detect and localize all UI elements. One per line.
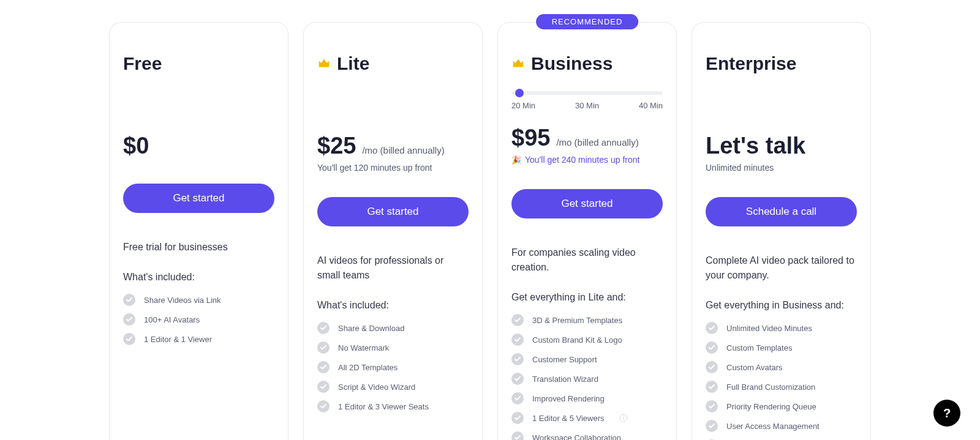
feature-item: Custom Brand Kit & Logo (511, 334, 663, 346)
feature-text: Workspace Collaboration (532, 433, 621, 441)
feature-text: 1 Editor & 5 Viewers (532, 414, 605, 423)
feature-item: 1 Editor & 5 Viewers (511, 412, 663, 424)
feature-text: Full Brand Customization (726, 382, 815, 392)
check-icon (511, 373, 524, 385)
svg-point-15 (623, 416, 624, 417)
slider-track (511, 91, 663, 95)
info-icon[interactable] (619, 414, 628, 422)
plan-price: $25 (317, 133, 356, 159)
feature-text: 100+ AI Avatars (144, 315, 200, 324)
included-label: Get everything in Business and: (706, 300, 857, 311)
feature-item: 3D & Premium Templates (511, 314, 663, 326)
feature-text: No Watermark (338, 343, 389, 352)
plan-card-lite: Lite $25 /mo (billed annually) You'll ge… (303, 22, 483, 440)
feature-text: Translation Wizard (532, 375, 598, 384)
plan-price: $0 (123, 133, 149, 159)
crown-icon (511, 57, 525, 70)
plan-card-business: RECOMMENDED Business 20 Min 30 Min 40 Mi… (497, 22, 677, 440)
feature-text: Custom Templates (726, 343, 792, 352)
check-icon (511, 334, 524, 346)
recommended-badge: RECOMMENDED (536, 14, 639, 29)
included-label: What's included: (317, 300, 469, 311)
feature-item: Workspace Collaboration (511, 431, 663, 440)
help-button[interactable]: ? (933, 400, 960, 427)
crown-icon (317, 57, 331, 70)
feature-item: Share Videos via Link (123, 294, 274, 306)
included-label: Get everything in Lite and: (511, 292, 663, 303)
slider-tick-label: 40 Min (639, 101, 663, 110)
feature-text: Custom Brand Kit & Logo (532, 335, 622, 345)
plan-price: Let's talk (706, 133, 805, 159)
feature-item: Full Brand Customization (706, 381, 857, 393)
feature-item: Translation Wizard (511, 373, 663, 385)
plan-interval: /mo (billed annually) (362, 145, 444, 155)
plan-subline: Unlimited minutes (706, 163, 857, 173)
feature-text: Customer Support (532, 355, 597, 364)
feature-list: 3D & Premium Templates Custom Brand Kit … (511, 314, 663, 440)
check-icon (511, 314, 524, 326)
feature-list: Share & Download No Watermark All 2D Tem… (317, 322, 469, 412)
plan-title: Lite (337, 53, 369, 74)
feature-text: Share & Download (338, 324, 404, 333)
get-started-button[interactable]: Get started (123, 184, 274, 213)
plan-subline-text: You'll get 240 minutes up front (525, 155, 639, 165)
feature-item: 1 Editor & 1 Viewer (123, 333, 274, 345)
plan-subline: 🎉 You'll get 240 minutes up front (511, 155, 663, 165)
check-icon (706, 322, 718, 334)
feature-list: Unlimited Video Minutes Custom Templates… (706, 322, 857, 440)
feature-item: 100+ AI Avatars (123, 313, 274, 326)
check-icon (511, 353, 524, 365)
plan-description: Complete AI video pack tailored to your … (706, 253, 857, 283)
confetti-icon: 🎉 (511, 155, 521, 165)
plan-subline: You'll get 120 minutes up front (317, 163, 469, 173)
check-icon (123, 333, 135, 345)
feature-text: 1 Editor & 3 Viewer Seats (338, 402, 429, 411)
feature-text: All 2D Templates (338, 363, 398, 372)
feature-item: Customer Support (511, 353, 663, 365)
check-icon (317, 381, 330, 393)
check-icon (706, 400, 718, 412)
check-icon (706, 381, 718, 393)
feature-text: Unlimited Video Minutes (726, 324, 812, 333)
check-icon (317, 400, 330, 412)
get-started-button[interactable]: Get started (511, 189, 663, 218)
check-icon (511, 392, 524, 405)
feature-item: 1 Editor & 3 Viewer Seats (317, 400, 469, 412)
feature-text: Custom Avatars (726, 363, 783, 372)
plan-title: Free (123, 53, 162, 74)
feature-item: No Watermark (317, 341, 469, 354)
feature-text: User Access Management (726, 422, 820, 431)
feature-item: Custom Avatars (706, 361, 857, 373)
feature-text: Improved Rendering (532, 394, 605, 403)
check-icon (706, 341, 718, 354)
check-icon (511, 412, 524, 424)
check-icon (706, 361, 718, 373)
feature-item: Unlimited Video Minutes (706, 322, 857, 334)
plan-interval: /mo (billed annually) (556, 137, 638, 147)
feature-item: Share & Download (317, 322, 469, 334)
svg-rect-16 (623, 417, 624, 420)
schedule-call-button[interactable]: Schedule a call (706, 197, 857, 226)
feature-item: Improved Rendering (511, 392, 663, 405)
plan-card-free: Free $0 Get started Free trial for busin… (109, 22, 288, 440)
check-icon (317, 322, 330, 334)
plan-title: Business (531, 53, 612, 74)
slider-tick-label: 30 Min (575, 101, 599, 110)
slider-thumb[interactable] (515, 89, 524, 97)
feature-text: 1 Editor & 1 Viewer (144, 335, 212, 344)
feature-text: Share Videos via Link (144, 296, 221, 305)
feature-item: Script & Video Wizard (317, 381, 469, 393)
plan-description: AI videos for professionals or small tea… (317, 253, 469, 283)
included-label: What's included: (123, 272, 274, 283)
feature-text: Priority Rendering Queue (726, 402, 816, 411)
minutes-slider[interactable]: 20 Min 30 Min 40 Min (511, 91, 663, 110)
plan-card-enterprise: Enterprise Let's talk Unlimited minutes … (692, 22, 871, 440)
feature-list: Share Videos via Link 100+ AI Avatars 1 … (123, 294, 274, 345)
feature-text: 3D & Premium Templates (532, 316, 622, 325)
slider-tick-label: 20 Min (511, 101, 535, 110)
feature-item: Custom Templates (706, 341, 857, 354)
check-icon (123, 313, 135, 326)
get-started-button[interactable]: Get started (317, 197, 469, 226)
feature-item: All 2D Templates (317, 361, 469, 373)
feature-item: Priority Rendering Queue (706, 400, 857, 412)
